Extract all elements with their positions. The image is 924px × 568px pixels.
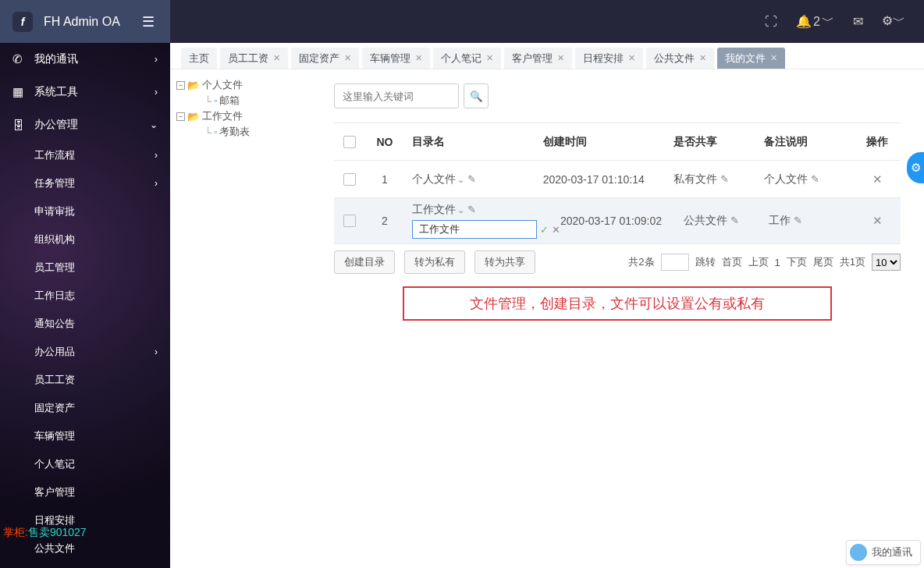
search-row: 🔍 (334, 83, 901, 108)
collapse-icon[interactable]: − (176, 112, 185, 121)
cell-remark: 个人文件✎ (764, 172, 854, 186)
tree-node[interactable]: −📂工作文件 (176, 108, 304, 124)
tab[interactable]: 员工工资✕ (220, 48, 288, 69)
sidebar-sub-item[interactable]: 车辆管理 (34, 422, 170, 450)
tab[interactable]: 车辆管理✕ (362, 48, 430, 69)
close-icon[interactable]: ✕ (273, 53, 280, 63)
delete-button[interactable]: ✕ (872, 214, 883, 227)
table-header-row: NO 目录名 创建时间 是否共享 备注说明 操作 (334, 123, 901, 161)
to-share-button[interactable]: 转为共享 (474, 250, 535, 274)
sidebar-sub-item[interactable]: 通知公告 (34, 310, 170, 338)
sidebar-sub-item[interactable]: 个人笔记 (34, 450, 170, 478)
sidebar-sub-item[interactable]: 工作流程› (34, 141, 170, 169)
sidebar-submenu: 工作流程›任务管理›申请审批组织机构员工管理工作日志通知公告办公用品›员工工资固… (0, 141, 170, 568)
rename-input[interactable] (412, 220, 537, 239)
tree-node[interactable]: └▫考勤表 (176, 124, 304, 140)
folder-tree: −📂个人文件 └▫邮箱 −📂工作文件 └▫考勤表 (170, 69, 311, 568)
prev-page[interactable]: 上页 (748, 255, 769, 269)
col-name: 目录名 (404, 135, 543, 149)
folder-icon: 📂 (187, 80, 200, 91)
col-no: NO (365, 136, 404, 148)
sidebar-item-office[interactable]: 🗄 办公管理 ⌄ (0, 108, 170, 141)
jump-button[interactable]: 跳转 (695, 255, 716, 269)
header-actions: ⛶ 🔔2﹀ ✉ ⚙﹀ (765, 13, 924, 30)
close-icon[interactable]: ✕ (699, 53, 706, 63)
sidebar-sub-item[interactable]: 办公用品› (34, 338, 170, 366)
row-checkbox[interactable] (343, 173, 356, 186)
close-icon[interactable]: ✕ (486, 53, 493, 63)
delete-button[interactable]: ✕ (872, 172, 883, 186)
tab[interactable]: 我的文件✕ (717, 48, 785, 69)
chevron-right-icon: › (155, 346, 158, 357)
sidebar-sub-label: 个人笔记 (34, 457, 75, 471)
last-page[interactable]: 尾页 (813, 255, 833, 269)
tab[interactable]: 客户管理✕ (504, 48, 572, 69)
chat-widget[interactable]: 我的通讯 (846, 540, 921, 565)
edit-icon[interactable]: ✎ (811, 173, 819, 185)
phone-icon: ✆ (12, 52, 27, 66)
cancel-icon[interactable]: ✕ (552, 224, 560, 236)
edit-icon[interactable]: ✎ (467, 204, 476, 215)
briefcase-icon: 🗄 (12, 119, 27, 132)
edit-icon[interactable]: ✎ (730, 215, 739, 226)
chat-label: 我的通讯 (872, 545, 912, 559)
tab[interactable]: 固定资产✕ (291, 48, 359, 69)
current-page: 1 (775, 257, 780, 268)
sidebar-item-tools[interactable]: ▦ 系统工具 › (0, 76, 170, 108)
sidebar-sub-item[interactable]: 任务管理› (34, 169, 170, 197)
search-button[interactable]: 🔍 (464, 83, 489, 108)
row-checkbox[interactable] (343, 215, 356, 227)
select-all-checkbox[interactable] (343, 136, 356, 148)
tab[interactable]: 主页 (181, 48, 217, 69)
close-icon[interactable]: ✕ (557, 53, 564, 63)
sidebar: ✆ 我的通讯 › ▦ 系统工具 › 🗄 办公管理 ⌄ 工作流程›任务管理›申请审… (0, 43, 170, 568)
cell-share: 私有文件✎ (673, 172, 763, 186)
first-page[interactable]: 首页 (722, 255, 742, 269)
chevron-right-icon: › (155, 150, 158, 161)
col-remark: 备注说明 (764, 135, 854, 149)
sidebar-sub-item[interactable]: 我的文件 (34, 563, 170, 568)
sidebar-sub-item[interactable]: 员工管理 (34, 254, 170, 282)
sidebar-sub-item[interactable]: 工作日志 (34, 282, 170, 310)
sidebar-sub-item[interactable]: 客户管理 (34, 478, 170, 506)
pagination: 共2条 跳转 首页 上页 1 下页 尾页 共1页 10 (628, 254, 901, 271)
sidebar-sub-label: 客户管理 (34, 485, 75, 499)
sidebar-sub-label: 任务管理 (34, 176, 75, 190)
edit-icon[interactable]: ✎ (467, 173, 476, 185)
sidebar-sub-item[interactable]: 申请审批 (34, 197, 170, 225)
tab[interactable]: 公共文件✕ (646, 48, 714, 69)
col-action: 操作 (854, 135, 901, 149)
tab[interactable]: 日程安排✕ (575, 48, 643, 69)
chevron-right-icon: › (155, 178, 158, 189)
sidebar-sub-item[interactable]: 组织机构 (34, 225, 170, 254)
confirm-icon[interactable]: ✓ (540, 224, 549, 236)
sidebar-sub-item[interactable]: 员工工资 (34, 366, 170, 394)
edit-icon[interactable]: ✎ (794, 215, 802, 226)
collapse-icon[interactable]: − (176, 81, 185, 90)
tab[interactable]: 个人笔记✕ (433, 48, 501, 69)
next-page[interactable]: 下页 (787, 255, 807, 269)
page-size-select[interactable]: 10 (872, 254, 901, 271)
bell-icon[interactable]: 🔔2﹀ (796, 13, 834, 30)
close-icon[interactable]: ✕ (628, 53, 635, 63)
create-folder-button[interactable]: 创建目录 (334, 250, 395, 274)
page-jump-input[interactable] (661, 254, 689, 271)
edit-icon[interactable]: ✎ (720, 173, 729, 185)
mail-icon[interactable]: ✉ (853, 14, 863, 29)
cell-name: 工作文件⌄✎ ✓ ✕ (404, 203, 560, 239)
sidebar-item-contacts[interactable]: ✆ 我的通讯 › (0, 43, 170, 76)
fullscreen-icon[interactable]: ⛶ (765, 15, 777, 29)
menu-toggle-icon[interactable]: ☰ (139, 10, 158, 34)
close-icon[interactable]: ✕ (344, 53, 351, 63)
sidebar-sub-item[interactable]: 固定资产 (34, 394, 170, 422)
to-private-button[interactable]: 转为私有 (404, 250, 465, 274)
close-icon[interactable]: ✕ (770, 53, 777, 63)
search-input[interactable] (334, 83, 459, 108)
search-icon: 🔍 (470, 91, 483, 102)
gear-icon[interactable]: ⚙﹀ (882, 13, 905, 30)
close-icon[interactable]: ✕ (415, 53, 422, 63)
chevron-down-icon[interactable]: ⌄ (457, 205, 464, 215)
chevron-down-icon[interactable]: ⌄ (457, 175, 464, 184)
tree-node[interactable]: └▫邮箱 (176, 93, 304, 108)
tree-node[interactable]: −📂个人文件 (176, 77, 304, 93)
